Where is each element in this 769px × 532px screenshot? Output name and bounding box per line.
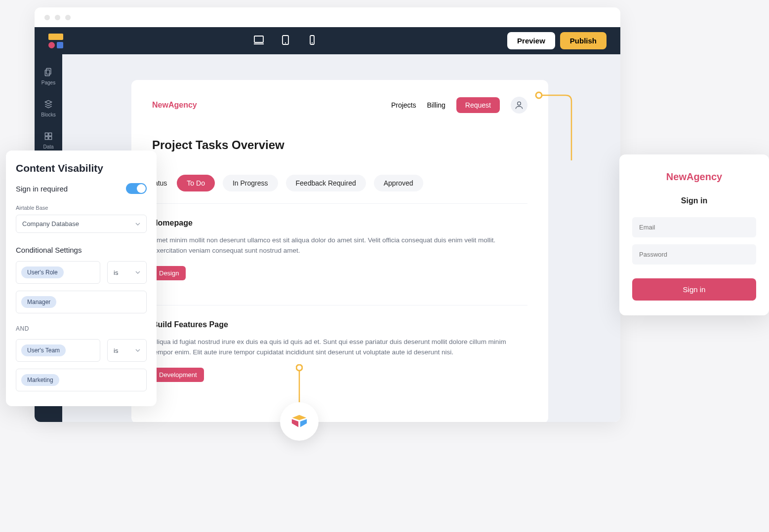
nav-projects[interactable]: Projects (391, 101, 416, 109)
rail-blocks[interactable]: Blocks (41, 99, 55, 117)
svg-rect-8 (45, 133, 48, 136)
chip: User's Role (21, 266, 64, 278)
panel-title: Content Visability (16, 162, 147, 174)
conditional-settings-label: Conditional Settings (16, 246, 147, 254)
password-field[interactable] (632, 244, 756, 265)
page-title: Project Tasks Overview (152, 138, 527, 152)
builder-top-bar: Preview Publish (35, 27, 620, 54)
select-value: Company Database (22, 220, 79, 228)
window-dot (55, 15, 60, 20)
chevron-down-icon (135, 270, 140, 275)
preview-button[interactable]: Preview (507, 32, 555, 49)
window-dot (44, 15, 50, 20)
filter-row: tatus To Do In Progress Feedback Require… (152, 175, 527, 191)
mobile-icon[interactable] (306, 34, 318, 48)
app-logo (48, 34, 63, 48)
task-card: Build Features Page Aliqua id fugiat nos… (152, 305, 527, 395)
window-title-bar (35, 7, 620, 27)
app-brand: NewAgency (152, 101, 197, 110)
content-visibility-panel: Content Visability Sign in required Airt… (6, 151, 157, 406)
window-dot (65, 15, 71, 20)
device-switcher (253, 34, 318, 48)
svg-rect-7 (45, 70, 49, 76)
tab-todo[interactable]: To Do (177, 175, 215, 191)
task-title: Homepage (152, 219, 527, 228)
tablet-icon[interactable] (280, 34, 291, 48)
task-body: Aliqua id fugiat nostrud irure ex duis e… (152, 337, 527, 358)
request-button[interactable]: Request (456, 97, 500, 113)
condition-value-box[interactable]: Manager (16, 291, 147, 313)
airtable-base-select[interactable]: Company Database (16, 215, 147, 233)
signin-brand: NewAgency (632, 171, 756, 183)
rail-label: Pages (41, 80, 55, 85)
svg-rect-9 (49, 133, 52, 136)
signin-title: Sign in (632, 196, 756, 205)
user-avatar[interactable] (511, 97, 527, 114)
svg-rect-6 (46, 69, 51, 75)
rail-label: Data (43, 144, 53, 150)
and-label: AND (16, 325, 147, 332)
chevron-down-icon (135, 222, 140, 227)
svg-rect-0 (254, 36, 263, 42)
condition-field-box[interactable]: User's Team (16, 339, 100, 362)
nav-billing[interactable]: Billing (427, 101, 445, 109)
condition-operator-select[interactable]: is (107, 339, 147, 362)
desktop-icon[interactable] (253, 34, 265, 48)
svg-point-12 (518, 102, 521, 105)
svg-rect-10 (45, 137, 48, 140)
tab-in-progress[interactable]: In Progress (223, 175, 278, 191)
svg-rect-11 (49, 137, 52, 140)
airtable-base-label: Airtable Base (16, 205, 147, 211)
chip: Manager (21, 296, 56, 308)
airtable-icon (280, 402, 319, 441)
condition-field-box[interactable]: User's Role (16, 261, 100, 284)
signin-button[interactable]: Sign in (632, 278, 756, 301)
chip: User's Team (21, 344, 66, 356)
preview-card: NewAgency Projects Billing Request Proje… (131, 80, 548, 422)
rail-data[interactable]: Data (43, 131, 53, 150)
email-field[interactable] (632, 217, 756, 237)
task-body: Amet minim mollit non deserunt ullamco e… (152, 235, 527, 256)
task-card: Homepage Amet minim mollit non deserunt … (152, 203, 527, 293)
tab-feedback[interactable]: Feedback Required (286, 175, 366, 191)
user-icon (514, 100, 524, 110)
chip: Marketing (21, 374, 59, 386)
chevron-down-icon (135, 348, 140, 353)
rail-label: Blocks (41, 112, 55, 117)
task-tag: Development (152, 368, 204, 382)
signin-required-label: Sign in required (16, 185, 68, 193)
publish-button[interactable]: Publish (560, 32, 607, 49)
condition-operator-select[interactable]: is (107, 261, 147, 284)
task-tag: Design (152, 266, 186, 280)
task-title: Build Features Page (152, 320, 527, 329)
condition-value-box[interactable]: Marketing (16, 369, 147, 391)
tab-approved[interactable]: Approved (374, 175, 423, 191)
signin-card: NewAgency Sign in Sign in (619, 154, 769, 315)
signin-required-toggle[interactable] (126, 183, 147, 194)
rail-pages[interactable]: Pages (41, 67, 55, 85)
